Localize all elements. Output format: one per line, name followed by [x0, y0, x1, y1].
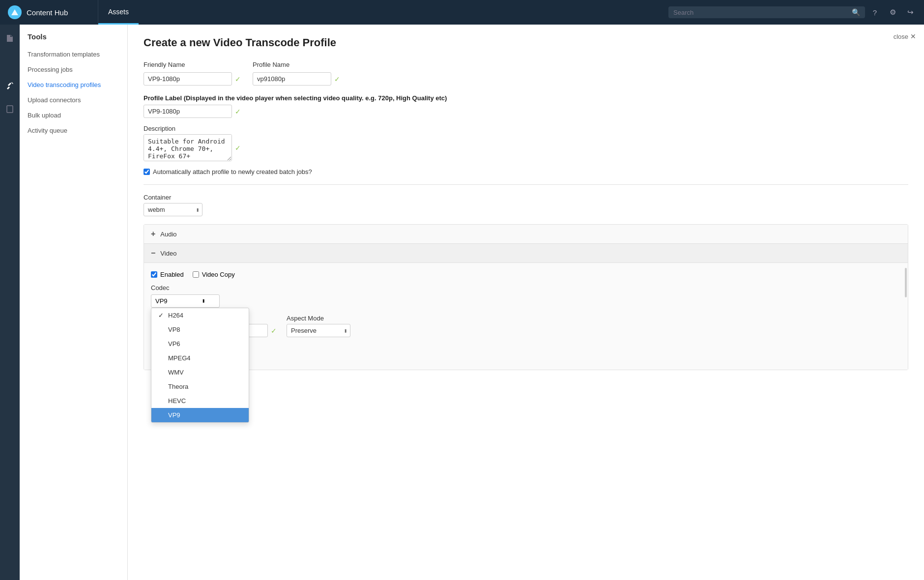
- aspect-mode-label: Aspect Mode: [287, 315, 350, 322]
- icon-bar: [0, 25, 20, 580]
- sidebar-item-video-transcoding-profiles[interactable]: Video transcoding profiles: [20, 77, 127, 92]
- name-row: Friendly Name ✓ Profile Name ✓: [144, 61, 908, 86]
- description-check-icon: ✓: [235, 144, 241, 152]
- profile-name-input[interactable]: [253, 72, 331, 86]
- profile-name-input-wrap: ✓: [253, 72, 340, 86]
- friendly-name-label: Friendly Name: [144, 61, 241, 68]
- sidebar-item-activity-queue[interactable]: Activity queue: [20, 123, 127, 138]
- sidebar-title: Tools: [20, 25, 127, 47]
- container-select[interactable]: webm mp4 mkv avi: [144, 203, 202, 216]
- video-accordion-header[interactable]: − Video: [144, 244, 908, 263]
- codec-label: Codec: [151, 284, 901, 291]
- nav-tabs: Assets: [98, 0, 139, 25]
- aspect-mode-field: Aspect Mode Preserve Stretch Crop Pad: [287, 315, 350, 337]
- main-content: close ✕ Create a new Video Transcode Pro…: [128, 25, 924, 580]
- upscale-row: Upscale: [151, 342, 901, 349]
- accordion-container: + Audio − Video Enabled Video Copy: [144, 224, 908, 370]
- profile-label-field: Profile Label (Displayed in the video pl…: [144, 94, 908, 118]
- logout-icon: ↪: [907, 8, 914, 17]
- codec-option-vp9[interactable]: VP9: [151, 408, 249, 422]
- dimensions-row: Width ✓ Height ✓ Aspec: [151, 315, 901, 337]
- audio-expand-icon: +: [151, 230, 155, 238]
- codec-dropdown-wrap: VP9 ⬍ ✓ H264 VP8: [151, 294, 220, 308]
- profile-name-check-icon: ✓: [334, 75, 340, 83]
- close-button[interactable]: close ✕: [894, 32, 916, 40]
- profile-label-label: Profile Label (Displayed in the video pl…: [144, 94, 908, 102]
- search-icon[interactable]: 🔍: [852, 8, 860, 16]
- svg-marker-0: [11, 9, 18, 15]
- page-title: Create a new Video Transcode Profile: [144, 36, 908, 49]
- auto-attach-checkbox[interactable]: [144, 169, 150, 175]
- height-check-icon: ✓: [271, 327, 277, 335]
- video-copy-checkbox-label: Video Copy: [193, 271, 235, 278]
- codec-chevron-icon: ⬍: [202, 298, 205, 304]
- icon-bar-filter[interactable]: [2, 54, 18, 70]
- description-input-wrap: Suitable for Android 4.4+, Chrome 70+, F…: [144, 134, 908, 161]
- video-expand-icon: −: [151, 249, 155, 258]
- description-label: Description: [144, 125, 908, 132]
- codec-option-mpeg4[interactable]: MPEG4: [151, 351, 249, 365]
- app-name: Content Hub: [27, 8, 68, 17]
- icon-bar-files[interactable]: [2, 30, 18, 46]
- description-textarea[interactable]: Suitable for Android 4.4+, Chrome 70+, F…: [144, 134, 232, 161]
- sidebar: Tools Transformation templates Processin…: [20, 25, 128, 580]
- codec-row: VP9 ⬍ ✓ H264 VP8: [151, 294, 901, 308]
- profile-name-field: Profile Name ✓: [253, 61, 340, 86]
- codec-selected-value: VP9: [155, 297, 168, 305]
- icon-bar-tools[interactable]: [2, 78, 18, 93]
- codec-check-h264: ✓: [158, 312, 165, 319]
- app-logo: Content Hub: [0, 0, 98, 25]
- codec-option-hevc[interactable]: HEVC: [151, 394, 249, 408]
- friendly-name-input-wrap: ✓: [144, 72, 241, 86]
- aspect-mode-select[interactable]: Preserve Stretch Crop Pad: [287, 324, 350, 337]
- friendly-name-check-icon: ✓: [235, 75, 241, 83]
- enabled-label: Enabled: [160, 271, 184, 278]
- close-icon: ✕: [910, 32, 916, 40]
- profile-label-input[interactable]: [144, 105, 232, 118]
- audio-accordion-header[interactable]: + Audio: [144, 225, 908, 244]
- codec-option-wmv[interactable]: WMV: [151, 365, 249, 379]
- help-icon-button[interactable]: ?: [867, 4, 883, 20]
- help-icon: ?: [873, 8, 877, 17]
- search-input[interactable]: [673, 9, 848, 16]
- sidebar-item-processing-jobs[interactable]: Processing jobs: [20, 62, 127, 77]
- svg-rect-1: [7, 106, 13, 113]
- enabled-checkbox[interactable]: [151, 271, 157, 278]
- logo-icon: [8, 5, 22, 19]
- video-copy-label: Video Copy: [202, 271, 235, 278]
- profile-name-label: Profile Name: [253, 61, 340, 68]
- codec-option-h264[interactable]: ✓ H264: [151, 308, 249, 322]
- auto-attach-row: Automatically attach profile to newly cr…: [144, 168, 908, 175]
- codec-dropdown-list: ✓ H264 VP8 VP6: [151, 308, 249, 423]
- video-accordion-label: Video: [160, 250, 176, 257]
- friendly-name-input[interactable]: [144, 72, 232, 86]
- video-options-row: Enabled Video Copy: [151, 271, 901, 278]
- codec-option-vp8[interactable]: VP8: [151, 322, 249, 337]
- sidebar-item-transformation-templates[interactable]: Transformation templates: [20, 47, 127, 62]
- auto-attach-label: Automatically attach profile to newly cr…: [153, 168, 312, 175]
- container-field: Container webm mp4 mkv avi: [144, 194, 908, 216]
- codec-option-theora[interactable]: Theora: [151, 379, 249, 394]
- container-select-wrap: webm mp4 mkv avi: [144, 203, 202, 216]
- enabled-checkbox-label: Enabled: [151, 271, 184, 278]
- search-container: 🔍: [668, 6, 865, 18]
- sidebar-item-bulk-upload[interactable]: Bulk upload: [20, 108, 127, 123]
- settings-icon-button[interactable]: ⚙: [885, 4, 900, 20]
- logout-icon-button[interactable]: ↪: [902, 4, 918, 20]
- dropdown-scrollbar: [905, 268, 907, 297]
- aspect-mode-select-wrap: Preserve Stretch Crop Pad: [287, 324, 350, 337]
- profile-label-input-wrap: ✓: [144, 105, 908, 118]
- top-navigation: Content Hub Assets 🔍 ? ⚙ ↪: [0, 0, 924, 25]
- icon-bar-book[interactable]: [2, 101, 18, 117]
- sidebar-item-upload-connectors[interactable]: Upload connectors: [20, 92, 127, 108]
- audio-accordion-label: Audio: [160, 231, 176, 238]
- codec-select-display[interactable]: VP9 ⬍: [151, 294, 220, 308]
- profile-label-check-icon: ✓: [235, 108, 241, 116]
- nav-right: 🔍 ? ⚙ ↪: [668, 4, 924, 20]
- codec-option-vp6[interactable]: VP6: [151, 337, 249, 351]
- description-field: Description Suitable for Android 4.4+, C…: [144, 125, 908, 161]
- settings-icon: ⚙: [890, 8, 896, 17]
- tab-assets[interactable]: Assets: [98, 0, 139, 25]
- video-accordion-body: Enabled Video Copy Codec VP9 ⬍: [144, 263, 908, 370]
- video-copy-checkbox[interactable]: [193, 271, 199, 278]
